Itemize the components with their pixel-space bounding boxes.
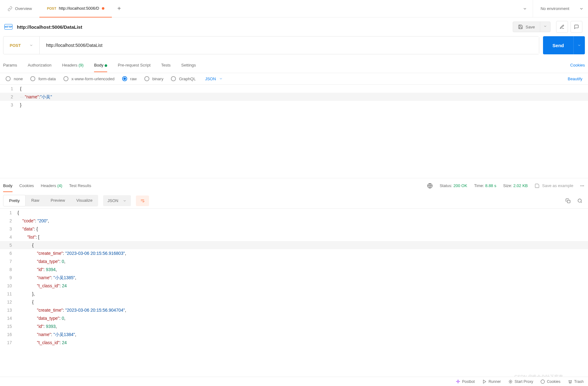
body-format-select[interactable]: JSON xyxy=(205,77,223,81)
resp-tab-headers[interactable]: Headers (4) xyxy=(41,180,62,192)
save-example-button[interactable]: Save as example xyxy=(535,183,573,188)
footer-trash[interactable]: Trash xyxy=(568,379,584,384)
response-line: 14 "data_type": 0, xyxy=(0,314,588,322)
tab-params[interactable]: Params xyxy=(3,58,17,72)
tab-settings[interactable]: Settings xyxy=(181,58,196,72)
response-line: 6 "create_time": "2023-03-06 20:15:56.91… xyxy=(0,249,588,257)
view-visualize[interactable]: Visualize xyxy=(71,195,98,206)
svg-point-7 xyxy=(510,381,511,382)
chevron-down-icon xyxy=(29,43,33,47)
response-body-editor[interactable]: 1{2 "code": "200",3 "data": {4 "list": [… xyxy=(0,208,588,347)
tab-authorization[interactable]: Authorization xyxy=(28,58,52,72)
tab-request[interactable]: POST http://localhost:5006/D xyxy=(39,0,112,17)
response-line: 10 "t_class_id": 24 xyxy=(0,282,588,290)
tab-headers[interactable]: Headers (9) xyxy=(62,58,84,72)
body-type-row: none form-data x-www-form-urlencoded raw… xyxy=(0,73,588,84)
svg-point-8 xyxy=(541,380,545,384)
url-row: POST Send xyxy=(0,36,588,57)
tab-request-title: http://localhost:5006/D xyxy=(59,6,99,11)
response-line: 3 "data": { xyxy=(0,225,588,233)
tab-body[interactable]: Body xyxy=(94,58,107,72)
method-value: POST xyxy=(10,43,21,48)
response-line: 11 }, xyxy=(0,290,588,298)
cookies-link[interactable]: Cookies xyxy=(570,63,585,67)
resp-tab-body[interactable]: Body xyxy=(3,180,12,192)
footer-cookies[interactable]: Cookies xyxy=(541,379,560,384)
tabs-bar: Overview POST http://localhost:5006/D + … xyxy=(0,0,588,17)
body-type-formdata[interactable]: form-data xyxy=(30,76,56,81)
environment-label: No environment xyxy=(541,6,569,11)
save-dropdown[interactable] xyxy=(540,22,550,32)
send-dropdown[interactable] xyxy=(573,36,585,54)
view-pretty[interactable]: Pretty xyxy=(3,195,26,206)
url-box: POST xyxy=(3,36,539,54)
comment-button[interactable] xyxy=(571,21,582,33)
environment-select[interactable]: No environment xyxy=(533,0,588,17)
svg-line-5 xyxy=(581,202,582,203)
more-options[interactable]: ⋯ xyxy=(580,183,585,188)
http-icon: HTTP xyxy=(4,24,12,30)
resp-tab-testresults[interactable]: Test Results xyxy=(69,180,91,192)
response-format-select[interactable]: JSON xyxy=(103,195,131,206)
footer-runner[interactable]: Runner xyxy=(482,379,501,384)
response-line: 2 "code": "200", xyxy=(0,217,588,225)
send-group: Send xyxy=(543,36,585,54)
view-tabs: Pretty Raw Preview Visualize xyxy=(3,195,98,206)
response-line: 4 "list": [ xyxy=(0,233,588,241)
add-tab-button[interactable]: + xyxy=(112,5,127,12)
wrap-toggle[interactable] xyxy=(136,195,149,206)
tab-prerequest[interactable]: Pre-request Script xyxy=(118,58,151,72)
save-icon xyxy=(518,24,523,29)
response-line: 17 "t_class_id": 24 xyxy=(0,339,588,347)
edit-button[interactable] xyxy=(556,21,568,33)
body-indicator-icon xyxy=(105,64,107,67)
body-type-xwww[interactable]: x-www-form-urlencoded xyxy=(63,76,115,81)
footer-postbot[interactable]: Postbot xyxy=(456,379,475,384)
save-button[interactable]: Save xyxy=(513,22,540,32)
request-title: http://localhost:5006/DataList xyxy=(17,24,513,30)
body-type-raw[interactable]: raw xyxy=(122,76,137,81)
response-line: 5 { xyxy=(0,241,588,249)
save-group: Save xyxy=(513,22,551,32)
copy-button[interactable] xyxy=(563,196,573,206)
response-line: 13 "create_time": "2023-03-06 20:15:56.9… xyxy=(0,306,588,314)
request-tabs: Params Authorization Headers (9) Body Pr… xyxy=(0,57,588,73)
response-line: 16 "name": "小吴1384", xyxy=(0,330,588,339)
url-input[interactable] xyxy=(40,37,539,54)
resp-tab-cookies[interactable]: Cookies xyxy=(19,180,34,192)
tabs-dropdown[interactable] xyxy=(517,7,533,11)
search-button[interactable] xyxy=(575,196,585,206)
tab-overview-label: Overview xyxy=(15,6,32,11)
tab-method-badge: POST xyxy=(47,7,56,10)
svg-point-4 xyxy=(578,199,581,202)
save-label: Save xyxy=(526,25,535,29)
send-button[interactable]: Send xyxy=(543,36,573,54)
tab-overview[interactable]: Overview xyxy=(0,0,39,17)
body-type-graphql[interactable]: GraphQL xyxy=(171,76,196,81)
body-type-none[interactable]: none xyxy=(6,76,23,81)
response-line: 1{ xyxy=(0,209,588,217)
chevron-down-icon xyxy=(579,7,584,11)
body-type-binary[interactable]: binary xyxy=(144,76,163,81)
response-tabs: Body Cookies Headers (4) Test Results St… xyxy=(0,178,588,193)
tab-tests[interactable]: Tests xyxy=(161,58,171,72)
response-line: 7 "data_type": 0, xyxy=(0,257,588,265)
footer-startproxy[interactable]: Start Proxy xyxy=(508,379,533,384)
view-preview[interactable]: Preview xyxy=(45,195,71,206)
response-line: 8 "id": 9394, xyxy=(0,265,588,274)
svg-rect-3 xyxy=(567,200,570,203)
response-line: 9 "name": "小吴1385", xyxy=(0,274,588,282)
response-line: 12 { xyxy=(0,298,588,306)
response-line: 15 "id": 9393, xyxy=(0,322,588,330)
response-view-row: Pretty Raw Preview Visualize JSON xyxy=(0,193,588,208)
unsaved-dot-icon xyxy=(102,7,104,10)
svg-marker-6 xyxy=(483,380,486,383)
view-raw[interactable]: Raw xyxy=(26,195,45,206)
request-header: HTTP http://localhost:5006/DataList Save xyxy=(0,17,588,36)
beautify-button[interactable]: Beautify xyxy=(568,77,582,81)
link-icon xyxy=(7,6,12,11)
globe-icon[interactable] xyxy=(427,183,433,189)
method-select[interactable]: POST xyxy=(3,37,40,54)
footer-bar: Postbot Runner Start Proxy Cookies Trash xyxy=(0,377,588,386)
request-body-editor[interactable]: 1{ 2····"name":"小吴" 3} xyxy=(0,84,588,109)
